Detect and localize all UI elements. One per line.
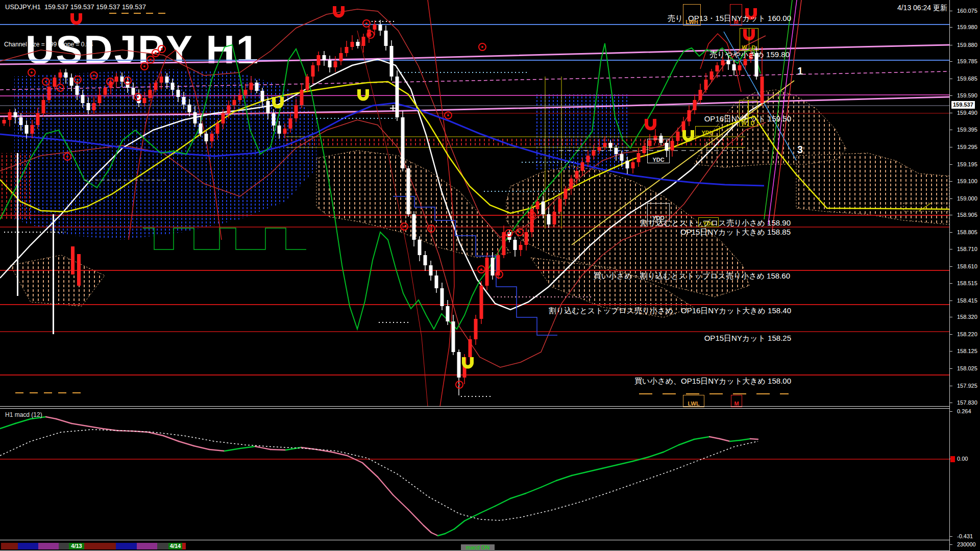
session-segment [137,543,157,549]
axis-label: 158.610 [957,263,977,269]
axis-label: 158.905 [957,212,977,218]
axis-tick [950,198,952,199]
price-axis[interactable]: 160.075159.980159.880159.785159.685159.5… [949,0,980,551]
axis-label: 158.805 [957,229,977,235]
session-segment [157,543,168,549]
axis-tick [950,283,952,284]
panel-splitter-line2 [0,408,949,409]
session-date-label: 4/14 [170,543,181,549]
axis-label: 158.025 [957,365,977,371]
axis-tick [950,164,952,165]
axis-label: 158.710 [957,246,977,252]
macd-toggle-button[interactable]: macd ON [461,544,495,551]
level-annotation: 買い小さめ・割り込むとストップロス売り小さめ 158.60 [594,271,790,281]
axis-tick [950,79,952,79]
axis-tick [950,11,952,11]
svg-text:3: 3 [797,144,803,155]
axis-label: 159.685 [957,76,977,82]
timeline-splitter [0,540,949,540]
indicator-clouds [0,69,949,317]
session-segment [1,543,18,549]
axis-tick [950,544,952,545]
macd-zero-tag [950,456,955,462]
axis-tick [950,536,952,537]
mt4-chart-window: USDJPY H1 13 USDJPY,H1 159.537 159.537 1… [0,0,980,551]
axis-label: 159.100 [957,178,977,184]
axis-label: 160.075 [957,8,977,14]
level-annotation: 買い小さめ、OP15日NYカット大きめ 158.00 [634,377,791,386]
level-box-lwl: LWL [683,395,704,407]
axis-label: 158.220 [957,331,977,337]
axis-tick [950,45,952,45]
session-segment [38,543,59,549]
level-box-w: W [740,28,749,51]
axis-tick [950,249,952,249]
level-box-ydo: YDO [647,203,670,221]
axis-tick [950,403,952,403]
session-segment [18,543,38,549]
level-annotation: 売りやや小さめ 159.80 [709,50,790,60]
svg-text:1: 1 [797,65,803,77]
axis-label: 0.00 [957,456,968,462]
axis-tick [950,147,952,147]
session-segment [182,543,186,549]
current-price-tag: 159.537 [951,101,975,109]
macd-panel-canvas[interactable] [0,409,949,540]
session-date-label: 4/13 [71,543,82,549]
axis-tick [950,386,952,386]
session-segment [116,543,137,549]
session-segment: 4/14 [168,543,182,549]
axis-tick [950,232,952,233]
axis-label: 159.295 [957,144,977,150]
axis-label: 159.880 [957,42,977,48]
macd-indicator-label: H1 macd (12) [5,411,42,418]
symbol-quote-line: USDJPY,H1 159.537 159.537 159.537 159.53… [5,3,146,11]
axis-label: 158.415 [957,297,977,304]
level-annotation: OP15日NYカット 158.25 [704,334,791,343]
level-annotation: 売り [668,14,683,23]
axis-tick [950,130,952,130]
axis-label: 157.830 [957,399,977,406]
axis-label: 159.590 [957,92,977,98]
axis-label: 230000 [957,541,976,547]
axis-label: -0.431 [957,533,973,539]
axis-tick [950,351,952,352]
session-segment: 4/13 [69,543,84,549]
channel-info-label: Channel size = 299 Slope = 0.54 [4,41,93,48]
update-timestamp: 4/13 06:24 更新 [897,4,947,13]
axis-label: 159.785 [957,58,977,64]
axis-tick [950,317,952,317]
level-box-m: M [730,4,742,26]
macd-lines [0,417,949,536]
axis-tick [950,113,952,113]
level-box-ydh: YDH [695,126,720,136]
session-segment [59,543,69,549]
axis-tick [950,266,952,267]
axis-tick [950,61,952,62]
axis-tick [950,368,952,369]
level-box-ydc: YDC [647,139,670,163]
axis-label: 159.195 [957,161,977,167]
axis-label: 157.925 [957,383,977,389]
axis-tick [950,411,952,412]
level-box-ydl: YDL [698,217,719,227]
axis-label: 159.395 [957,127,977,133]
level-box-lwh: LWH [683,4,701,26]
axis-label: 158.125 [957,348,977,354]
axis-tick [950,181,952,182]
main-chart-canvas[interactable]: 13 [0,0,949,407]
axis-label: 159.490 [957,110,977,116]
panel-splitter[interactable] [0,406,949,407]
axis-tick [950,27,952,28]
axis-tick [950,95,952,96]
axis-label: 0.264 [957,408,971,414]
level-annotation: 割り込むとストップロス売り小さめ、OP16日NYカット大きめ 158.40 [549,306,791,316]
session-segment [84,543,116,549]
axis-tick [950,215,952,215]
level-annotation: OP15日NYカット大きめ 158.85 [680,228,791,237]
axis-label: 159.980 [957,24,977,30]
axis-label: 159.000 [957,195,977,202]
level-box-d: D [749,28,758,51]
level-box-m: M [731,395,742,407]
level-box-d: D [748,100,757,127]
